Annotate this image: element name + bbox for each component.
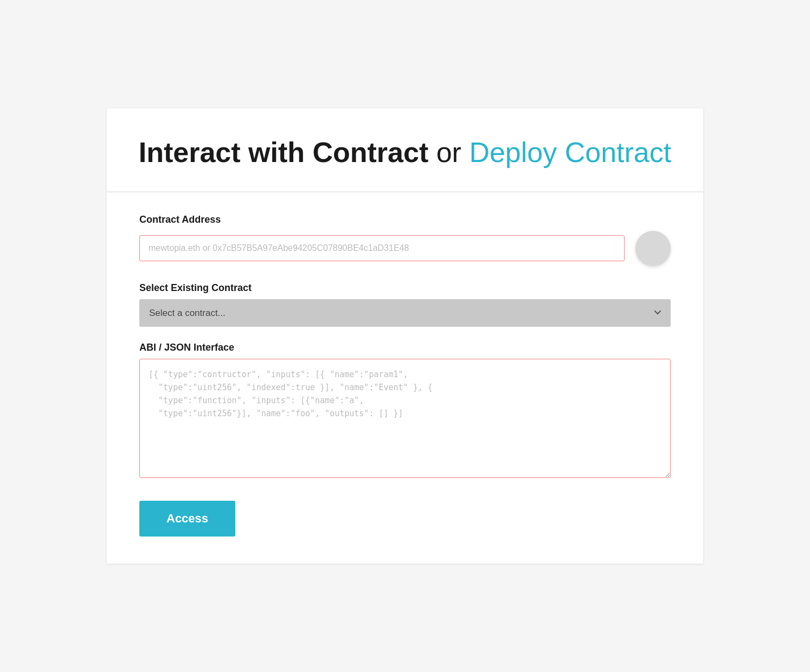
content-section: Contract Address Select Existing Contrac… [107,192,703,564]
contract-address-label: Contract Address [139,214,671,225]
main-card: Interact with Contract or Deploy Contrac… [107,108,703,563]
abi-textarea[interactable] [139,359,671,478]
title-link[interactable]: Deploy Contract [469,137,671,168]
contract-address-group: Contract Address [139,214,671,266]
contract-address-input[interactable] [139,235,625,261]
title-or: or [428,137,469,168]
access-button-label: Access [166,512,208,525]
access-button[interactable]: Access [139,501,235,537]
page-title: Interact with Contract or Deploy Contrac… [128,135,682,169]
title-bold: Interact with Contract [139,137,429,168]
abi-label: ABI / JSON Interface [139,342,671,353]
contract-select[interactable]: Select a contract... [139,299,671,327]
select-contract-group: Select Existing Contract Select a contra… [139,282,671,327]
select-contract-label: Select Existing Contract [139,282,671,294]
contract-address-row [139,231,671,266]
circle-action-button[interactable] [635,231,671,266]
abi-group: ABI / JSON Interface [139,342,671,480]
header-section: Interact with Contract or Deploy Contrac… [107,108,703,192]
